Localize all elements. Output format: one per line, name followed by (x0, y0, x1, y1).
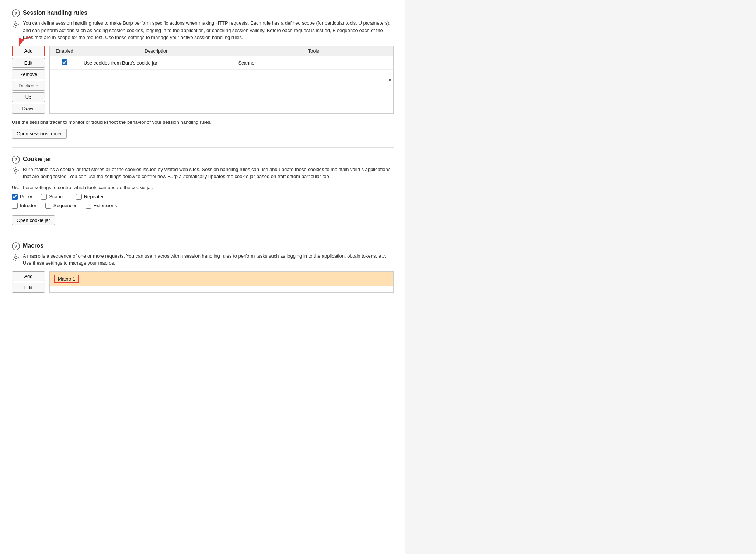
add-macro-button[interactable]: Add (12, 271, 45, 281)
intruder-checkbox[interactable] (12, 203, 18, 209)
cookie-jar-header: ? Cookie jar (12, 155, 394, 164)
table-row[interactable]: Macro 1 (50, 272, 393, 286)
macro-name-highlighted: Macro 1 (54, 275, 79, 283)
intruder-label: Intruder (20, 203, 36, 208)
scanner-checkbox-item[interactable]: Scanner (41, 194, 67, 200)
cookie-jar-tools-row-1: Proxy Scanner Repeater (12, 194, 394, 200)
cookie-jar-section: ? Cookie jar Burp maintains a cookie jar… (12, 155, 394, 227)
svg-text:?: ? (14, 244, 17, 249)
question-icon-macros[interactable]: ? (12, 242, 20, 250)
edit-macro-button[interactable]: Edit (12, 283, 45, 293)
session-handling-desc-row: You can define session handling rules to… (12, 20, 394, 41)
gear-icon-cookie (12, 167, 20, 175)
repeater-label: Repeater (84, 194, 104, 199)
svg-point-9 (15, 256, 17, 258)
gear-icon-session (12, 20, 20, 28)
table-row: Use cookies from Burp's cookie jar Scann… (50, 56, 393, 69)
divider-1 (12, 147, 394, 148)
session-handling-section: ? Session handling rules You can define … (12, 9, 394, 140)
table-header-row: Enabled Description Tools (50, 46, 393, 56)
macros-table: Macro 1 (50, 272, 393, 286)
scanner-checkbox[interactable] (41, 194, 47, 200)
rules-table: Enabled Description Tools Use cookies fr… (50, 46, 393, 70)
sequencer-checkbox[interactable] (45, 203, 51, 209)
svg-text:?: ? (14, 157, 17, 163)
proxy-checkbox[interactable] (12, 194, 18, 200)
question-icon-cookie[interactable]: ? (12, 156, 20, 164)
macros-desc-row: A macro is a sequence of one or more req… (12, 252, 394, 267)
macros-section: ? Macros A macro is a sequence of one or… (12, 242, 394, 293)
svg-text:?: ? (14, 11, 17, 16)
open-cookie-jar-button[interactable]: Open cookie jar (12, 215, 55, 225)
cookie-jar-title: Cookie jar (23, 155, 51, 163)
sequencer-label: Sequencer (53, 203, 77, 208)
repeater-checkbox-item[interactable]: Repeater (76, 194, 104, 200)
intruder-checkbox-item[interactable]: Intruder (12, 203, 36, 209)
add-button-wrapper: Add (12, 46, 45, 56)
macros-header: ? Macros (12, 242, 394, 250)
scroll-arrow-icon[interactable]: ▶ (389, 77, 392, 82)
cookie-jar-checkbox-label: Use these settings to control which tool… (12, 185, 394, 190)
repeater-checkbox[interactable] (76, 194, 82, 200)
cookie-jar-description: Burp maintains a cookie jar that stores … (23, 166, 394, 180)
tracer-description: Use the sessions tracer to monitor or tr… (12, 119, 394, 125)
macros-btn-column: Add Edit (12, 271, 45, 293)
macros-title: Macros (23, 242, 43, 250)
rules-table-container: Enabled Description Tools Use cookies fr… (49, 46, 394, 114)
sequencer-checkbox-item[interactable]: Sequencer (45, 203, 77, 209)
rules-btn-column: Add Edit Remove Duplicate Up Down (12, 46, 45, 114)
col-header-enabled: Enabled (50, 46, 79, 56)
col-header-tools: Tools (234, 46, 393, 56)
main-container: ? Session handling rules You can define … (0, 0, 405, 554)
down-rule-button[interactable]: Down (12, 104, 45, 114)
duplicate-rule-button[interactable]: Duplicate (12, 81, 45, 91)
add-rule-button[interactable]: Add (12, 46, 45, 56)
rules-area: Add Edit Remove Duplicate Up Down Enable… (12, 46, 394, 114)
macros-description: A macro is a sequence of one or more req… (23, 252, 394, 267)
up-rule-button[interactable]: Up (12, 92, 45, 102)
rule-enabled-checkbox[interactable] (62, 59, 67, 65)
session-handling-description: You can define session handling rules to… (23, 20, 394, 41)
col-header-description: Description (79, 46, 234, 56)
gear-icon-macros (12, 253, 20, 261)
extensions-checkbox-item[interactable]: Extensions (86, 203, 117, 209)
macro-name-cell: Macro 1 (50, 272, 393, 286)
remove-rule-button[interactable]: Remove (12, 69, 45, 79)
svg-point-2 (15, 23, 17, 26)
edit-rule-button[interactable]: Edit (12, 58, 45, 68)
question-icon[interactable]: ? (12, 9, 20, 17)
session-handling-title: Session handling rules (23, 9, 87, 17)
rule-enabled-cell (50, 56, 79, 69)
macros-area: Add Edit Macro 1 (12, 271, 394, 293)
cookie-jar-desc-row: Burp maintains a cookie jar that stores … (12, 166, 394, 180)
proxy-label: Proxy (20, 194, 32, 199)
divider-2 (12, 234, 394, 234)
open-sessions-tracer-button[interactable]: Open sessions tracer (12, 129, 67, 139)
svg-point-6 (15, 169, 17, 172)
macros-table-container: Macro 1 (49, 271, 394, 293)
session-handling-header: ? Session handling rules (12, 9, 394, 17)
extensions-checkbox[interactable] (86, 203, 91, 209)
extensions-label: Extensions (94, 203, 117, 208)
rule-description-cell: Use cookies from Burp's cookie jar (79, 56, 234, 69)
scanner-label: Scanner (49, 194, 67, 199)
cookie-jar-tools-row-2: Intruder Sequencer Extensions (12, 203, 394, 209)
rule-tools-cell: Scanner (234, 56, 393, 69)
proxy-checkbox-item[interactable]: Proxy (12, 194, 32, 200)
